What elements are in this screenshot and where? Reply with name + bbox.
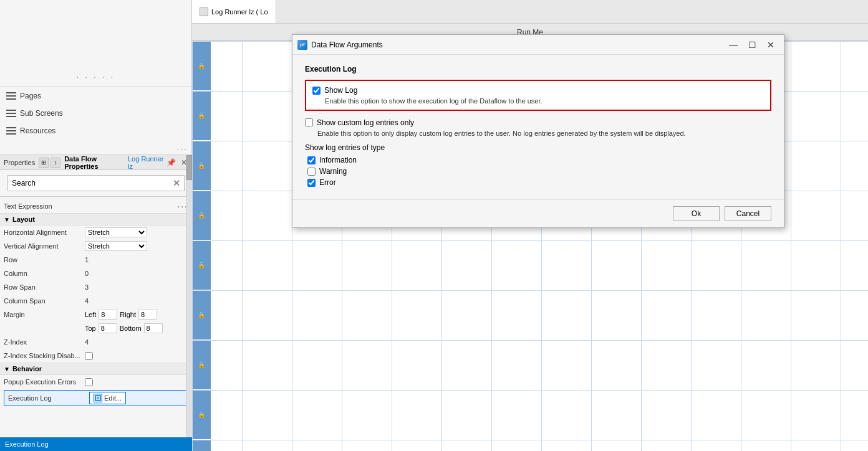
popup-execution-row: Popup Execution Errors <box>0 375 192 389</box>
margin-right-input[interactable] <box>138 310 157 320</box>
vertical-alignment-label: Vertical Alignment <box>4 242 85 250</box>
properties-scrollbar-thumb[interactable] <box>186 155 192 180</box>
execution-log-btn-label: Edit... <box>104 394 122 402</box>
margin-bottom-label: Bottom <box>120 325 142 332</box>
dialog-titlebar: pf Data Flow Arguments — ☐ ✕ <box>292 35 784 55</box>
z-index-row: Z-Index 4 <box>0 335 192 349</box>
dialog-minimize-button[interactable]: — <box>725 39 741 51</box>
canvas-tab-label: Log Runner lz ( Lo <box>211 8 268 16</box>
sidebar-item-pages-label: Pages <box>20 92 41 100</box>
vertical-alignment-select[interactable]: Stretch Top Bottom Center <box>85 242 147 250</box>
horizontal-alignment-select[interactable]: Stretch Left Right Center <box>85 228 147 237</box>
sidebar: · · · · · Pages Sub Screens Resources ..… <box>0 0 192 451</box>
dialog-window[interactable]: pf Data Flow Arguments — ☐ ✕ Execution L… <box>292 34 784 228</box>
dialog-close-button[interactable]: ✕ <box>763 39 779 51</box>
properties-title: Data Flow Properties <box>64 155 124 170</box>
properties-content: Text Expression ··· ▼ Layout Horizontal … <box>0 197 192 451</box>
margin-top-label: Top <box>85 325 96 332</box>
margin-values-2: Top Bottom <box>85 323 163 333</box>
column-value: 0 <box>85 270 188 277</box>
tab-icon <box>200 7 208 16</box>
prop-pin-button[interactable]: 📌 <box>165 158 177 167</box>
popup-execution-label: Popup Execution Errors <box>4 378 85 386</box>
show-log-checkbox[interactable] <box>312 87 321 95</box>
z-index-stacking-row: Z-Index Stacking Disab... <box>0 349 192 363</box>
dialog-ok-button[interactable]: Ok <box>673 206 720 221</box>
z-index-value: 4 <box>85 338 188 346</box>
sidebar-item-sub-screens[interactable]: Sub Screens <box>0 105 191 122</box>
dialog-maximize-button[interactable]: ☐ <box>744 39 760 51</box>
search-bar: ✕ <box>7 175 185 191</box>
dialog-log-entries: Show log entries of type Information War… <box>305 143 771 187</box>
layout-section-header[interactable]: ▼ Layout <box>0 213 192 226</box>
dialog-section-title: Execution Log <box>305 65 771 74</box>
search-input[interactable] <box>12 179 173 188</box>
sub-screens-icon <box>6 110 16 117</box>
column-span-label: Column Span <box>4 297 85 305</box>
log-information-checkbox[interactable] <box>307 156 316 164</box>
pages-icon <box>6 92 16 100</box>
log-warning-checkbox[interactable] <box>307 168 316 176</box>
properties-panel: Properties ⊞ ↕ Data Flow Properties Log … <box>0 154 192 451</box>
margin-left-label: Left <box>85 311 96 318</box>
search-container: ✕ <box>0 170 192 197</box>
row-value: 1 <box>85 256 188 263</box>
dialog-title-icon: pf <box>297 40 307 50</box>
margin-top-input[interactable] <box>99 323 117 333</box>
margin-row-2: Top Bottom <box>0 321 192 335</box>
sidebar-dots-top: · · · · · <box>76 72 115 82</box>
properties-scrollbar[interactable] <box>186 155 192 451</box>
canvas-tab-log-runner[interactable]: Log Runner lz ( Lo <box>192 0 276 23</box>
dialog-title-text: Data Flow Arguments <box>311 40 383 49</box>
show-log-description: Enable this option to show the execution… <box>325 97 764 105</box>
popup-execution-checkbox[interactable] <box>85 378 93 386</box>
horizontal-alignment-dropdown[interactable]: Stretch Left Right Center <box>85 227 147 237</box>
horizontal-alignment-row: Horizontal Alignment Stretch Left Right … <box>0 226 192 239</box>
row-label: Row <box>4 256 85 263</box>
sidebar-item-pages[interactable]: Pages <box>0 87 191 105</box>
log-entry-information: Information <box>307 156 771 164</box>
execution-log-row: Execution Log Edit... <box>4 390 188 406</box>
log-information-label: Information <box>319 156 357 164</box>
execution-log-edit-icon <box>94 394 102 402</box>
margin-left-input[interactable] <box>99 310 117 320</box>
sidebar-item-resources[interactable]: Resources <box>0 122 191 140</box>
column-row: Column 0 <box>0 267 192 280</box>
show-log-row: Show Log <box>312 86 764 95</box>
margin-values: Left Right <box>85 310 157 320</box>
properties-header: Properties ⊞ ↕ Data Flow Properties Log … <box>0 155 192 170</box>
show-custom-log-checkbox[interactable] <box>305 118 313 126</box>
dialog-cancel-button[interactable]: Cancel <box>725 206 771 221</box>
column-label: Column <box>4 270 85 277</box>
behavior-section-header[interactable]: ▼ Behavior <box>0 363 192 375</box>
prop-icon-sort[interactable]: ↕ <box>51 158 60 168</box>
z-index-stacking-checkbox[interactable] <box>85 352 93 360</box>
dialog-controls: — ☐ ✕ <box>725 39 779 51</box>
prop-icon-grid[interactable]: ⊞ <box>39 158 49 168</box>
resources-icon <box>6 127 16 135</box>
dialog-footer: Ok Cancel <box>292 199 784 227</box>
layout-section-label: Layout <box>12 216 35 223</box>
margin-label: Margin <box>4 311 85 318</box>
search-clear-button[interactable]: ✕ <box>173 178 180 188</box>
row-span-row: Row Span 3 <box>0 280 192 294</box>
log-error-checkbox[interactable] <box>307 179 316 187</box>
show-custom-log-description: Enable this option to only display custo… <box>317 130 771 137</box>
status-bar-text: Execution Log <box>5 440 49 448</box>
execution-log-edit-button[interactable]: Edit... <box>89 392 126 404</box>
dialog-title-icon-text: pf <box>300 42 305 47</box>
vertical-alignment-dropdown[interactable]: Stretch Top Bottom Center <box>85 241 147 251</box>
log-entries-title: Show log entries of type <box>305 143 771 152</box>
status-bar: Execution Log <box>0 437 192 451</box>
prop-header-right: 📌 ✕ <box>165 158 188 167</box>
prop-header-icons: ⊞ ↕ <box>39 158 60 168</box>
z-index-label: Z-Index <box>4 338 85 346</box>
properties-header-label: Properties <box>4 159 35 166</box>
text-expression-row: Text Expression ··· <box>0 199 192 213</box>
show-custom-log-row: Show custom log entries only <box>305 118 771 127</box>
show-custom-log-label: Show custom log entries only <box>317 118 414 127</box>
margin-bottom-input[interactable] <box>144 323 163 333</box>
margin-right-label: Right <box>120 311 136 318</box>
log-entry-warning: Warning <box>307 167 771 176</box>
properties-header-left: Properties ⊞ ↕ Data Flow Properties Log … <box>4 155 165 170</box>
